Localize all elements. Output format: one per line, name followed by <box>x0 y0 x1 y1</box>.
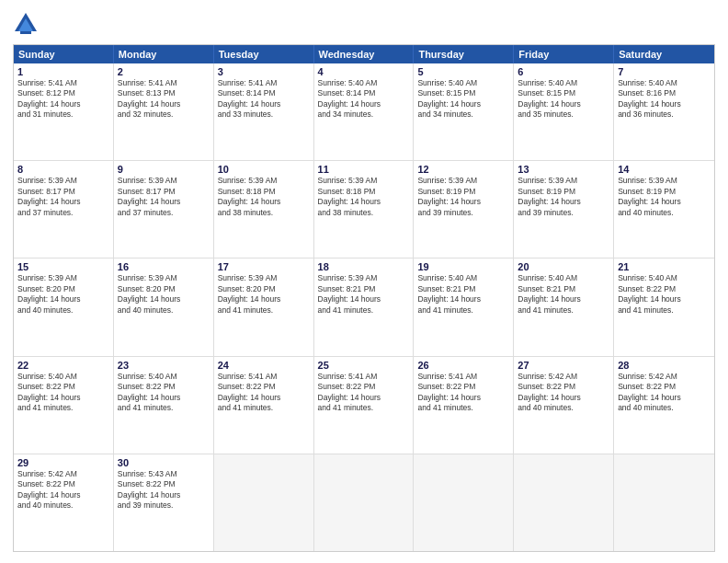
day-number: 26 <box>417 360 509 371</box>
day-number: 17 <box>218 261 310 272</box>
day-number: 23 <box>118 360 210 371</box>
calendar-cell: 27Sunrise: 5:42 AM Sunset: 8:22 PM Dayli… <box>514 357 614 454</box>
day-info: Sunrise: 5:39 AM Sunset: 8:21 PM Dayligh… <box>318 273 410 316</box>
day-info: Sunrise: 5:39 AM Sunset: 8:20 PM Dayligh… <box>17 273 109 316</box>
day-info: Sunrise: 5:42 AM Sunset: 8:22 PM Dayligh… <box>618 372 711 414</box>
day-info: Sunrise: 5:41 AM Sunset: 8:14 PM Dayligh… <box>218 78 310 121</box>
day-info: Sunrise: 5:42 AM Sunset: 8:22 PM Dayligh… <box>518 372 609 414</box>
calendar-cell: 13Sunrise: 5:39 AM Sunset: 8:19 PM Dayli… <box>514 161 614 258</box>
page: Sunday Monday Tuesday Wednesday Thursday… <box>0 0 728 563</box>
day-info: Sunrise: 5:41 AM Sunset: 8:22 PM Dayligh… <box>417 372 509 414</box>
calendar-cell: 4Sunrise: 5:40 AM Sunset: 8:14 PM Daylig… <box>314 63 415 160</box>
col-friday: Friday <box>514 45 614 63</box>
calendar-cell: 15Sunrise: 5:39 AM Sunset: 8:20 PM Dayli… <box>14 259 114 355</box>
calendar-cell: 5Sunrise: 5:40 AM Sunset: 8:15 PM Daylig… <box>414 63 514 160</box>
calendar-cell <box>614 454 714 551</box>
svg-rect-2 <box>20 31 31 34</box>
day-number: 24 <box>218 360 310 371</box>
day-number: 11 <box>318 164 410 175</box>
day-number: 2 <box>118 66 210 77</box>
calendar-week-3: 15Sunrise: 5:39 AM Sunset: 8:20 PM Dayli… <box>14 258 714 355</box>
day-info: Sunrise: 5:40 AM Sunset: 8:16 PM Dayligh… <box>618 78 711 121</box>
calendar-week-5: 29Sunrise: 5:42 AM Sunset: 8:22 PM Dayli… <box>14 454 714 551</box>
day-info: Sunrise: 5:41 AM Sunset: 8:13 PM Dayligh… <box>118 78 210 121</box>
day-info: Sunrise: 5:39 AM Sunset: 8:18 PM Dayligh… <box>318 176 410 218</box>
calendar-cell <box>514 454 614 551</box>
day-info: Sunrise: 5:40 AM Sunset: 8:15 PM Dayligh… <box>518 78 609 121</box>
day-number: 16 <box>118 261 210 272</box>
calendar-cell: 16Sunrise: 5:39 AM Sunset: 8:20 PM Dayli… <box>114 259 214 355</box>
calendar-cell: 9Sunrise: 5:39 AM Sunset: 8:17 PM Daylig… <box>114 161 214 258</box>
calendar-week-4: 22Sunrise: 5:40 AM Sunset: 8:22 PM Dayli… <box>14 356 714 454</box>
day-number: 20 <box>518 261 609 272</box>
calendar-cell: 8Sunrise: 5:39 AM Sunset: 8:17 PM Daylig… <box>14 161 114 258</box>
day-info: Sunrise: 5:39 AM Sunset: 8:19 PM Dayligh… <box>518 176 609 218</box>
day-info: Sunrise: 5:42 AM Sunset: 8:22 PM Dayligh… <box>17 469 109 511</box>
calendar-cell: 12Sunrise: 5:39 AM Sunset: 8:19 PM Dayli… <box>414 161 514 258</box>
day-info: Sunrise: 5:41 AM Sunset: 8:22 PM Dayligh… <box>218 372 310 414</box>
header <box>13 11 715 37</box>
day-info: Sunrise: 5:40 AM Sunset: 8:15 PM Dayligh… <box>417 78 509 121</box>
calendar-cell: 30Sunrise: 5:43 AM Sunset: 8:22 PM Dayli… <box>114 454 214 551</box>
day-info: Sunrise: 5:40 AM Sunset: 8:22 PM Dayligh… <box>618 273 711 316</box>
day-info: Sunrise: 5:40 AM Sunset: 8:21 PM Dayligh… <box>518 273 609 316</box>
calendar-cell: 20Sunrise: 5:40 AM Sunset: 8:21 PM Dayli… <box>514 259 614 355</box>
day-number: 6 <box>518 66 609 77</box>
day-number: 7 <box>618 66 711 77</box>
day-info: Sunrise: 5:43 AM Sunset: 8:22 PM Dayligh… <box>118 469 210 511</box>
calendar-cell: 14Sunrise: 5:39 AM Sunset: 8:19 PM Dayli… <box>614 161 714 258</box>
col-wednesday: Wednesday <box>314 45 415 63</box>
calendar-cell <box>214 454 314 551</box>
day-number: 10 <box>218 164 310 175</box>
day-info: Sunrise: 5:39 AM Sunset: 8:20 PM Dayligh… <box>218 273 310 316</box>
day-info: Sunrise: 5:39 AM Sunset: 8:19 PM Dayligh… <box>618 176 711 218</box>
calendar-cell: 29Sunrise: 5:42 AM Sunset: 8:22 PM Dayli… <box>14 454 114 551</box>
day-number: 14 <box>618 164 711 175</box>
day-number: 5 <box>417 66 509 77</box>
day-info: Sunrise: 5:39 AM Sunset: 8:18 PM Dayligh… <box>218 176 310 218</box>
calendar-cell: 24Sunrise: 5:41 AM Sunset: 8:22 PM Dayli… <box>214 357 314 454</box>
day-number: 9 <box>118 164 210 175</box>
calendar-cell: 10Sunrise: 5:39 AM Sunset: 8:18 PM Dayli… <box>214 161 314 258</box>
day-number: 1 <box>17 66 109 77</box>
day-number: 18 <box>318 261 410 272</box>
calendar-cell: 11Sunrise: 5:39 AM Sunset: 8:18 PM Dayli… <box>314 161 415 258</box>
day-number: 12 <box>417 164 509 175</box>
day-number: 3 <box>218 66 310 77</box>
col-saturday: Saturday <box>614 45 714 63</box>
day-info: Sunrise: 5:41 AM Sunset: 8:12 PM Dayligh… <box>17 78 109 121</box>
day-number: 27 <box>518 360 609 371</box>
day-info: Sunrise: 5:40 AM Sunset: 8:22 PM Dayligh… <box>17 372 109 414</box>
day-number: 19 <box>417 261 509 272</box>
calendar-cell: 23Sunrise: 5:40 AM Sunset: 8:22 PM Dayli… <box>114 357 214 454</box>
calendar-cell: 28Sunrise: 5:42 AM Sunset: 8:22 PM Dayli… <box>614 357 714 454</box>
day-number: 21 <box>618 261 711 272</box>
calendar-cell: 2Sunrise: 5:41 AM Sunset: 8:13 PM Daylig… <box>114 63 214 160</box>
calendar-cell: 22Sunrise: 5:40 AM Sunset: 8:22 PM Dayli… <box>14 357 114 454</box>
calendar-header-row: Sunday Monday Tuesday Wednesday Thursday… <box>14 45 714 63</box>
day-info: Sunrise: 5:41 AM Sunset: 8:22 PM Dayligh… <box>318 372 410 414</box>
col-tuesday: Tuesday <box>214 45 314 63</box>
calendar-cell: 21Sunrise: 5:40 AM Sunset: 8:22 PM Dayli… <box>614 259 714 355</box>
calendar-cell: 26Sunrise: 5:41 AM Sunset: 8:22 PM Dayli… <box>414 357 514 454</box>
calendar-cell: 3Sunrise: 5:41 AM Sunset: 8:14 PM Daylig… <box>214 63 314 160</box>
day-number: 29 <box>17 457 109 468</box>
calendar-cell <box>314 454 415 551</box>
calendar-cell: 19Sunrise: 5:40 AM Sunset: 8:21 PM Dayli… <box>414 259 514 355</box>
day-info: Sunrise: 5:39 AM Sunset: 8:17 PM Dayligh… <box>118 176 210 218</box>
calendar-cell: 17Sunrise: 5:39 AM Sunset: 8:20 PM Dayli… <box>214 259 314 355</box>
col-thursday: Thursday <box>414 45 514 63</box>
calendar-cell: 6Sunrise: 5:40 AM Sunset: 8:15 PM Daylig… <box>514 63 614 160</box>
col-monday: Monday <box>114 45 214 63</box>
day-number: 28 <box>618 360 711 371</box>
day-info: Sunrise: 5:40 AM Sunset: 8:21 PM Dayligh… <box>417 273 509 316</box>
calendar-body: 1Sunrise: 5:41 AM Sunset: 8:12 PM Daylig… <box>14 63 714 551</box>
day-info: Sunrise: 5:40 AM Sunset: 8:22 PM Dayligh… <box>118 372 210 414</box>
calendar-cell: 7Sunrise: 5:40 AM Sunset: 8:16 PM Daylig… <box>614 63 714 160</box>
day-number: 15 <box>17 261 109 272</box>
day-number: 4 <box>318 66 410 77</box>
calendar: Sunday Monday Tuesday Wednesday Thursday… <box>13 44 715 552</box>
day-info: Sunrise: 5:39 AM Sunset: 8:19 PM Dayligh… <box>417 176 509 218</box>
day-info: Sunrise: 5:40 AM Sunset: 8:14 PM Dayligh… <box>318 78 410 121</box>
day-info: Sunrise: 5:39 AM Sunset: 8:20 PM Dayligh… <box>118 273 210 316</box>
